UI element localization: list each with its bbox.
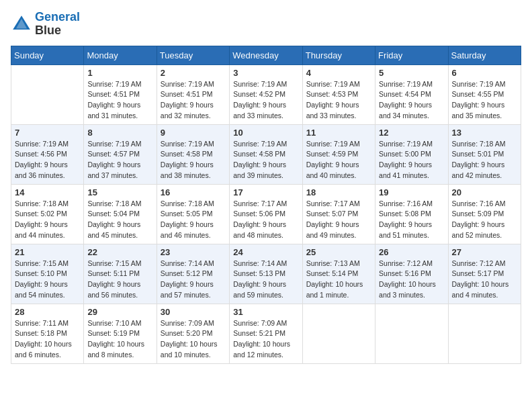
calendar-cell: 29Sunrise: 7:10 AMSunset: 5:19 PMDayligh… [84, 304, 157, 363]
day-number: 6 [452, 68, 517, 78]
day-detail: Sunrise: 7:09 AMSunset: 5:21 PMDaylight:… [233, 318, 298, 361]
day-number: 25 [306, 247, 371, 257]
day-detail: Sunrise: 7:16 AMSunset: 5:09 PMDaylight:… [452, 199, 517, 241]
day-number: 26 [379, 247, 444, 257]
day-detail: Sunrise: 7:18 AMSunset: 5:05 PMDaylight:… [161, 199, 226, 241]
calendar-cell: 1Sunrise: 7:19 AMSunset: 4:51 PMDaylight… [84, 64, 157, 124]
calendar-cell: 4Sunrise: 7:19 AMSunset: 4:53 PMDaylight… [302, 64, 375, 124]
day-detail: Sunrise: 7:14 AMSunset: 5:13 PMDaylight:… [233, 259, 298, 301]
day-number: 29 [87, 307, 152, 317]
day-number: 30 [161, 307, 226, 317]
calendar-body: 1Sunrise: 7:19 AMSunset: 4:51 PMDaylight… [11, 64, 521, 363]
day-detail: Sunrise: 7:19 AMSunset: 5:00 PMDaylight:… [379, 139, 444, 181]
calendar-cell: 27Sunrise: 7:12 AMSunset: 5:17 PMDayligh… [448, 244, 521, 304]
calendar-cell: 23Sunrise: 7:14 AMSunset: 5:12 PMDayligh… [157, 244, 229, 304]
day-number: 24 [233, 247, 298, 257]
day-number: 10 [233, 128, 298, 138]
calendar-cell: 30Sunrise: 7:09 AMSunset: 5:20 PMDayligh… [157, 304, 229, 363]
day-detail: Sunrise: 7:19 AMSunset: 4:51 PMDaylight:… [161, 79, 226, 122]
day-detail: Sunrise: 7:15 AMSunset: 5:11 PMDaylight:… [87, 259, 152, 301]
calendar-cell [302, 304, 375, 363]
day-detail: Sunrise: 7:19 AMSunset: 4:53 PMDaylight:… [306, 79, 371, 122]
calendar-cell [11, 64, 84, 124]
calendar-week-row: 1Sunrise: 7:19 AMSunset: 4:51 PMDaylight… [11, 64, 521, 124]
day-number: 9 [161, 128, 226, 138]
calendar-cell: 8Sunrise: 7:19 AMSunset: 4:57 PMDaylight… [84, 124, 157, 184]
calendar-cell: 25Sunrise: 7:13 AMSunset: 5:14 PMDayligh… [302, 244, 375, 304]
day-number: 14 [15, 187, 80, 197]
calendar-week-row: 7Sunrise: 7:19 AMSunset: 4:56 PMDaylight… [11, 124, 521, 184]
logo-text: General Blue [35, 11, 80, 38]
logo-icon [11, 13, 32, 35]
day-detail: Sunrise: 7:19 AMSunset: 4:58 PMDaylight:… [161, 139, 226, 181]
weekday-header-cell: Tuesday [157, 46, 229, 64]
day-number: 5 [379, 68, 444, 78]
day-number: 7 [15, 128, 80, 138]
day-detail: Sunrise: 7:19 AMSunset: 4:57 PMDaylight:… [87, 139, 152, 181]
weekday-header-cell: Saturday [448, 46, 521, 64]
calendar-cell: 22Sunrise: 7:15 AMSunset: 5:11 PMDayligh… [84, 244, 157, 304]
calendar-cell: 14Sunrise: 7:18 AMSunset: 5:02 PMDayligh… [11, 184, 84, 244]
day-number: 17 [233, 187, 298, 197]
day-detail: Sunrise: 7:19 AMSunset: 4:56 PMDaylight:… [15, 139, 80, 181]
day-detail: Sunrise: 7:19 AMSunset: 4:54 PMDaylight:… [379, 79, 444, 122]
day-number: 13 [452, 128, 517, 138]
calendar-cell: 24Sunrise: 7:14 AMSunset: 5:13 PMDayligh… [230, 244, 302, 304]
calendar-cell: 16Sunrise: 7:18 AMSunset: 5:05 PMDayligh… [157, 184, 229, 244]
day-detail: Sunrise: 7:16 AMSunset: 5:08 PMDaylight:… [379, 199, 444, 241]
day-number: 15 [87, 187, 152, 197]
calendar-cell: 3Sunrise: 7:19 AMSunset: 4:52 PMDaylight… [230, 64, 302, 124]
calendar-cell: 5Sunrise: 7:19 AMSunset: 4:54 PMDaylight… [375, 64, 448, 124]
day-number: 27 [452, 247, 517, 257]
day-number: 2 [161, 68, 226, 78]
calendar-cell: 28Sunrise: 7:11 AMSunset: 5:18 PMDayligh… [11, 304, 84, 363]
day-detail: Sunrise: 7:17 AMSunset: 5:07 PMDaylight:… [306, 199, 371, 241]
day-number: 12 [379, 128, 444, 138]
calendar-cell: 17Sunrise: 7:17 AMSunset: 5:06 PMDayligh… [230, 184, 302, 244]
weekday-header-cell: Wednesday [230, 46, 302, 64]
day-detail: Sunrise: 7:19 AMSunset: 4:59 PMDaylight:… [306, 139, 371, 181]
calendar-table: SundayMondayTuesdayWednesdayThursdayFrid… [11, 46, 521, 364]
calendar-cell: 12Sunrise: 7:19 AMSunset: 5:00 PMDayligh… [375, 124, 448, 184]
calendar-cell: 10Sunrise: 7:19 AMSunset: 4:58 PMDayligh… [230, 124, 302, 184]
day-detail: Sunrise: 7:15 AMSunset: 5:10 PMDaylight:… [15, 259, 80, 301]
calendar-cell: 11Sunrise: 7:19 AMSunset: 4:59 PMDayligh… [302, 124, 375, 184]
day-detail: Sunrise: 7:17 AMSunset: 5:06 PMDaylight:… [233, 199, 298, 241]
day-detail: Sunrise: 7:13 AMSunset: 5:14 PMDaylight:… [306, 259, 371, 301]
calendar-cell: 18Sunrise: 7:17 AMSunset: 5:07 PMDayligh… [302, 184, 375, 244]
day-number: 28 [15, 307, 80, 317]
calendar-cell: 19Sunrise: 7:16 AMSunset: 5:08 PMDayligh… [375, 184, 448, 244]
calendar-cell: 20Sunrise: 7:16 AMSunset: 5:09 PMDayligh… [448, 184, 521, 244]
calendar-week-row: 14Sunrise: 7:18 AMSunset: 5:02 PMDayligh… [11, 184, 521, 244]
page-header: General Blue [11, 11, 521, 38]
day-number: 11 [306, 128, 371, 138]
day-detail: Sunrise: 7:19 AMSunset: 4:51 PMDaylight:… [87, 79, 152, 122]
calendar-cell: 7Sunrise: 7:19 AMSunset: 4:56 PMDaylight… [11, 124, 84, 184]
calendar-cell [448, 304, 521, 363]
day-detail: Sunrise: 7:19 AMSunset: 4:52 PMDaylight:… [233, 79, 298, 122]
day-detail: Sunrise: 7:14 AMSunset: 5:12 PMDaylight:… [161, 259, 226, 301]
day-detail: Sunrise: 7:19 AMSunset: 4:58 PMDaylight:… [233, 139, 298, 181]
calendar-cell: 9Sunrise: 7:19 AMSunset: 4:58 PMDaylight… [157, 124, 229, 184]
day-number: 16 [161, 187, 226, 197]
day-number: 19 [379, 187, 444, 197]
day-detail: Sunrise: 7:18 AMSunset: 5:04 PMDaylight:… [87, 199, 152, 241]
day-number: 21 [15, 247, 80, 257]
calendar-cell: 26Sunrise: 7:12 AMSunset: 5:16 PMDayligh… [375, 244, 448, 304]
weekday-header-cell: Sunday [11, 46, 84, 64]
day-detail: Sunrise: 7:19 AMSunset: 4:55 PMDaylight:… [452, 79, 517, 122]
day-detail: Sunrise: 7:10 AMSunset: 5:19 PMDaylight:… [87, 318, 152, 361]
day-detail: Sunrise: 7:18 AMSunset: 5:01 PMDaylight:… [452, 139, 517, 181]
calendar-cell: 31Sunrise: 7:09 AMSunset: 5:21 PMDayligh… [230, 304, 302, 363]
weekday-header-cell: Thursday [302, 46, 375, 64]
calendar-cell: 13Sunrise: 7:18 AMSunset: 5:01 PMDayligh… [448, 124, 521, 184]
day-number: 3 [233, 68, 298, 78]
weekday-header-cell: Monday [84, 46, 157, 64]
calendar-cell: 21Sunrise: 7:15 AMSunset: 5:10 PMDayligh… [11, 244, 84, 304]
day-number: 1 [87, 68, 152, 78]
day-number: 23 [161, 247, 226, 257]
day-detail: Sunrise: 7:09 AMSunset: 5:20 PMDaylight:… [161, 318, 226, 361]
day-number: 20 [452, 187, 517, 197]
logo: General Blue [11, 11, 80, 38]
day-number: 4 [306, 68, 371, 78]
